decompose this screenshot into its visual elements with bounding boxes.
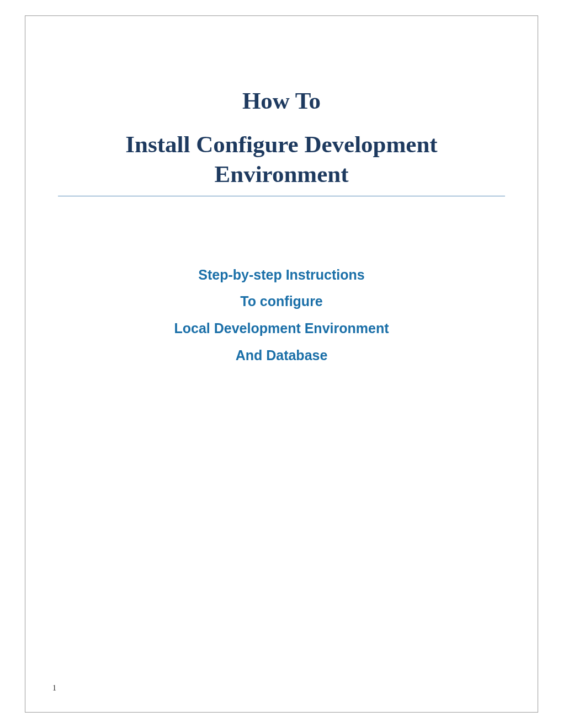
page-number: 1 (52, 684, 56, 693)
subtitle-line-3: Local Development Environment (58, 315, 505, 342)
page-content: How To Install Configure Development Env… (25, 15, 538, 713)
document-page: How To Install Configure Development Env… (0, 0, 563, 728)
title-block: How To Install Configure Development Env… (58, 87, 505, 196)
title-line-1: How To (58, 87, 505, 114)
subtitle-line-4: And Database (58, 342, 505, 369)
title-line-2: Install Configure Development Environmen… (58, 130, 505, 196)
title-underline (58, 196, 505, 196)
subtitle-line-1: Step-by-step Instructions (58, 261, 505, 288)
subtitle-line-2: To configure (58, 288, 505, 315)
subtitle-block: Step-by-step Instructions To configure L… (58, 261, 505, 369)
